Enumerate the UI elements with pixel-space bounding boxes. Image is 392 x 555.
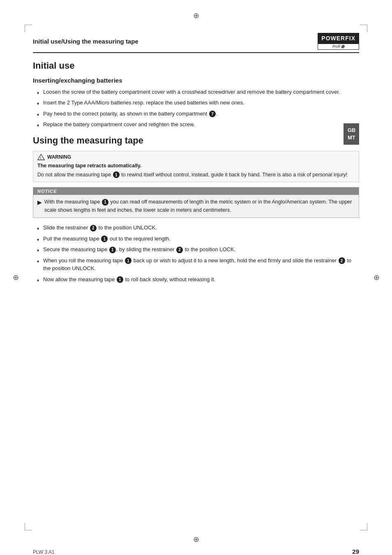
corner-tl bbox=[25, 25, 32, 32]
ref-badge-1b: 1 bbox=[102, 199, 108, 206]
ref-badge-7: 7 bbox=[209, 111, 216, 117]
notice-text: With the measuring tape 1 you can read o… bbox=[44, 198, 355, 214]
bullet-diamond-2: ♦ bbox=[37, 100, 39, 106]
bullet-diamond-u3: ♦ bbox=[37, 247, 39, 253]
svg-text:!: ! bbox=[40, 156, 42, 160]
bullet-diamond-3: ♦ bbox=[37, 111, 39, 118]
notice-arrow-icon: ▶ bbox=[37, 198, 42, 207]
using-bullet-5: Now allow the measuring tape 1 to roll b… bbox=[43, 275, 215, 284]
initial-use-title: Initial use bbox=[33, 60, 359, 71]
list-item: ♦ Replace the battery compartment cover … bbox=[33, 120, 359, 129]
notice-row: ▶ With the measuring tape 1 you can read… bbox=[37, 198, 355, 214]
logo-plus: ⊕ bbox=[341, 44, 344, 49]
list-item: ♦ Slide the restrainer 2 to the position… bbox=[33, 224, 359, 232]
warning-box: ! WARNING The measuring tape retracts au… bbox=[33, 151, 359, 183]
reg-mark-left: ⊕ bbox=[12, 273, 20, 282]
battery-bullet-1: Loosen the screw of the battery compartm… bbox=[43, 88, 340, 96]
logo-sub-text: Profi bbox=[332, 44, 340, 49]
corner-br bbox=[360, 523, 367, 530]
initial-use-section: Initial use Inserting/exchanging batteri… bbox=[33, 60, 359, 129]
notice-header: NOTICE bbox=[33, 187, 359, 195]
list-item: ♦ Loosen the screw of the battery compar… bbox=[33, 88, 359, 96]
reg-mark-top: ⊕ bbox=[192, 12, 200, 20]
page: ⊕ ⊕ ⊕ ⊕ Initial use/Using the measuring … bbox=[0, 0, 392, 555]
page-header: Initial use/Using the measuring tape POW… bbox=[33, 33, 359, 53]
page-header-title: Initial use/Using the measuring tape bbox=[33, 38, 138, 45]
gb-mt-badge: GB MT bbox=[344, 123, 359, 145]
footer-model: PLW 3 A1 bbox=[33, 549, 54, 555]
main-content: Initial use/Using the measuring tape POW… bbox=[33, 33, 359, 522]
brand-logo: POWERFIX Profi⊕ bbox=[318, 33, 359, 50]
corner-bl bbox=[25, 523, 32, 530]
ref-badge-1e: 1 bbox=[125, 257, 131, 264]
logo-profi: Profi⊕ bbox=[318, 44, 359, 50]
battery-bullet-4: Replace the battery compartment cover an… bbox=[43, 120, 195, 129]
using-tape-section: Using the measuring tape ! WARNING The m… bbox=[33, 135, 359, 283]
warning-label: WARNING bbox=[47, 154, 71, 160]
notice-box: NOTICE ▶ With the measuring tape 1 you c… bbox=[33, 187, 359, 218]
list-item: ♦ Secure the measuring tape 1, by slidin… bbox=[33, 245, 359, 254]
corner-tr bbox=[360, 25, 367, 32]
using-tape-title: Using the measuring tape bbox=[33, 135, 359, 146]
battery-bullet-3: Pay heed to the correct polarity, as sho… bbox=[43, 110, 218, 118]
bullet-diamond-u4: ♦ bbox=[37, 258, 39, 264]
reg-mark-right: ⊕ bbox=[372, 273, 380, 282]
battery-bullet-2: Insert the 2 Type AAA/Micro batteries re… bbox=[43, 99, 244, 107]
ref-badge-1c: 1 bbox=[101, 236, 108, 242]
ref-badge-1f: 1 bbox=[117, 276, 123, 283]
ref-badge-2c: 2 bbox=[339, 257, 345, 264]
mt-label: MT bbox=[348, 134, 355, 141]
warning-bold-line: The measuring tape retracts automaticall… bbox=[37, 162, 355, 170]
using-bullet-2: Pull the measuring tape 1 out to the req… bbox=[43, 235, 171, 243]
bullet-diamond-u2: ♦ bbox=[37, 236, 39, 243]
warning-header: ! WARNING bbox=[33, 151, 359, 162]
ref-badge-1a: 1 bbox=[113, 171, 120, 178]
gb-label: GB bbox=[348, 127, 355, 134]
list-item: ♦ Insert the 2 Type AAA/Micro batteries … bbox=[33, 99, 359, 107]
warning-triangle-icon: ! bbox=[37, 154, 45, 160]
using-bullet-4: When you roll the measuring tape 1 back … bbox=[43, 257, 359, 273]
bullet-diamond-u1: ♦ bbox=[37, 225, 39, 231]
batteries-list: ♦ Loosen the screw of the battery compar… bbox=[33, 88, 359, 129]
footer-page-number: 29 bbox=[352, 548, 359, 555]
warning-body: The measuring tape retracts automaticall… bbox=[33, 162, 359, 182]
bullet-diamond-u5: ♦ bbox=[37, 277, 39, 283]
using-bullet-1: Slide the restrainer 2 to the position U… bbox=[43, 224, 157, 232]
ref-badge-1d: 1 bbox=[109, 247, 116, 253]
reg-mark-bottom: ⊕ bbox=[192, 535, 200, 543]
list-item: ♦ When you roll the measuring tape 1 bac… bbox=[33, 257, 359, 273]
warning-text: Do not allow the measuring tape 1 to rew… bbox=[37, 171, 355, 179]
batteries-subtitle: Inserting/exchanging batteries bbox=[33, 77, 359, 84]
list-item: ♦ Pay heed to the correct polarity, as s… bbox=[33, 110, 359, 118]
ref-badge-2a: 2 bbox=[90, 225, 97, 231]
notice-body: ▶ With the measuring tape 1 you can read… bbox=[33, 195, 359, 217]
page-footer: PLW 3 A1 29 bbox=[33, 545, 359, 555]
logo-brand: POWERFIX bbox=[318, 33, 359, 44]
using-tape-list: ♦ Slide the restrainer 2 to the position… bbox=[33, 224, 359, 283]
bullet-diamond-1: ♦ bbox=[37, 90, 39, 96]
notice-label: NOTICE bbox=[37, 189, 57, 194]
ref-badge-2b: 2 bbox=[176, 247, 183, 253]
using-bullet-3: Secure the measuring tape 1, by sliding … bbox=[43, 245, 235, 254]
list-item: ♦ Pull the measuring tape 1 out to the r… bbox=[33, 235, 359, 243]
bullet-diamond-4: ♦ bbox=[37, 122, 39, 128]
list-item: ♦ Now allow the measuring tape 1 to roll… bbox=[33, 275, 359, 284]
